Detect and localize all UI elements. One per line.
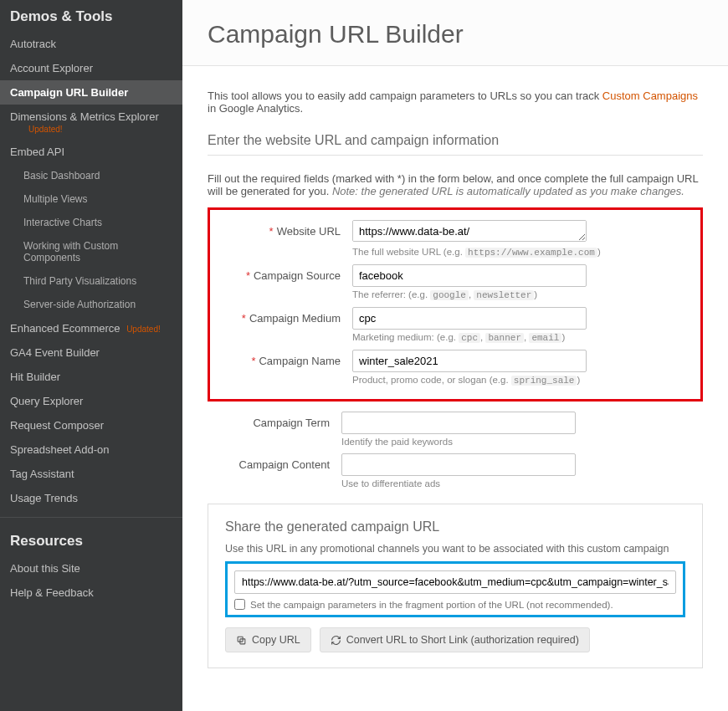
row-campaign-source: *Campaign Source The referrer: (e.g. goo… [218,264,692,300]
campaign-term-input[interactable] [341,412,576,434]
updated-badge: Updated! [13,125,172,134]
row-campaign-name: *Campaign Name Product, promo code, or s… [218,350,692,386]
instructions-note: Note: the generated URL is automatically… [332,185,684,197]
required-star: * [246,269,250,282]
fragment-label: Set the campaign parameters in the fragm… [250,600,613,610]
hint-campaign-source: The referrer: (e.g. google, newsletter) [352,289,692,300]
hint-campaign-content: Use to differentiate ads [341,478,703,488]
intro-text: This tool allows you to easily add campa… [208,90,703,115]
hint-code: spring_sale [511,376,577,386]
copy-url-button[interactable]: Copy URL [225,627,311,652]
row-campaign-content: Campaign Content Use to differentiate ad… [208,453,703,488]
label-campaign-medium: *Campaign Medium [218,307,352,325]
sidebar-item-account-explorer[interactable]: Account Explorer [0,56,182,80]
row-campaign-term: Campaign Term Identify the paid keywords [208,412,703,447]
instructions: Fill out the required fields (marked wit… [208,172,703,197]
hint-campaign-name: Product, promo code, or slogan (e.g. spr… [352,375,692,386]
sidebar-item-spreadsheet-addon[interactable]: Spreadsheet Add-on [0,437,182,462]
label-campaign-term: Campaign Term [208,412,341,429]
convert-short-link-button[interactable]: Convert URL to Short Link (authorization… [320,627,590,652]
page-header: Campaign URL Builder [182,0,728,66]
sidebar-item-interactive-charts[interactable]: Interactive Charts [0,211,182,234]
main: Campaign URL Builder This tool allows yo… [182,0,728,711]
page-body: This tool allows you to easily add campa… [182,66,728,685]
sidebar-item-autotrack[interactable]: Autotrack [0,32,182,56]
sidebar-heading-demos: Demos & Tools [0,0,182,32]
label-website-url: *Website URL [218,220,352,238]
sidebar-item-multiple-views[interactable]: Multiple Views [0,187,182,211]
section-title: Enter the website URL and campaign infor… [208,133,703,156]
copy-icon [236,635,247,646]
sidebar-item-label: Server-side Authorization [23,299,136,310]
sidebar-item-label: About this Site [10,562,80,575]
sidebar-item-server-auth[interactable]: Server-side Authorization [0,293,182,316]
sidebar-item-query-explorer[interactable]: Query Explorer [0,389,182,413]
required-star: * [269,225,274,238]
sidebar-item-label: Help & Feedback [10,586,94,599]
field-label: Campaign Medium [249,312,341,325]
intro-post: in Google Analytics. [208,102,303,115]
share-box: Share the generated campaign URL Use thi… [208,504,703,668]
field-label: Campaign Term [253,417,330,429]
sidebar-item-label: Enhanced Ecommerce [10,322,120,335]
hint-campaign-term: Identify the paid keywords [341,437,703,447]
row-website-url: *Website URL https://www.data-be.at/ The… [218,220,692,258]
sidebar-item-label: Autotrack [10,38,56,50]
hint-code: google [430,290,469,300]
hint-code: newsletter [474,290,534,300]
button-label: Convert URL to Short Link (authorization… [346,634,579,646]
button-row: Copy URL Convert URL to Short Link (auth… [225,627,685,652]
campaign-medium-input[interactable] [352,307,587,330]
required-star: * [251,355,255,367]
sidebar-item-tag-assistant[interactable]: Tag Assistant [0,462,182,486]
sidebar: Demos & Tools Autotrack Account Explorer… [0,0,182,711]
sidebar-item-request-composer[interactable]: Request Composer [0,413,182,437]
field-label: Campaign Name [259,355,341,367]
hint-code: https://www.example.com [465,248,597,258]
field-label: Website URL [277,225,341,238]
sidebar-separator [0,517,182,518]
sidebar-item-label: Campaign URL Builder [10,86,128,99]
campaign-source-input[interactable] [352,264,587,287]
share-subtitle: Use this URL in any promotional channels… [225,543,685,555]
sidebar-item-custom-components[interactable]: Working with Custom Components [0,234,182,269]
sidebar-item-label: Tag Assistant [10,468,74,480]
share-title: Share the generated campaign URL [225,519,685,535]
hint-website-url: The full website URL (e.g. https://www.e… [352,247,692,258]
sidebar-item-hit-builder[interactable]: Hit Builder [0,365,182,389]
sidebar-item-embed-api[interactable]: Embed API [0,140,182,164]
generated-url-highlight: Set the campaign parameters in the fragm… [225,561,685,617]
sidebar-item-label: Interactive Charts [23,217,102,228]
sidebar-item-basic-dashboard[interactable]: Basic Dashboard [0,164,182,187]
sidebar-heading-resources: Resources [0,524,182,556]
sidebar-item-usage-trends[interactable]: Usage Trends [0,486,182,510]
sidebar-item-ga4-event-builder[interactable]: GA4 Event Builder [0,340,182,365]
label-campaign-source: *Campaign Source [218,264,352,282]
sidebar-item-dimensions-metrics[interactable]: Dimensions & Metrics Explorer Updated! [0,105,182,140]
sidebar-item-third-party-viz[interactable]: Third Party Visualizations [0,269,182,293]
sidebar-item-enhanced-ecommerce[interactable]: Enhanced Ecommerce Updated! [0,316,182,340]
sidebar-item-label: Embed API [10,146,64,158]
custom-campaigns-link[interactable]: Custom Campaigns [602,90,698,102]
fragment-option[interactable]: Set the campaign parameters in the fragm… [234,599,676,610]
generated-url-input[interactable] [234,570,676,594]
sidebar-item-label: GA4 Event Builder [10,346,100,359]
sidebar-item-label: Query Explorer [10,395,83,407]
sidebar-item-label: Working with Custom Components [23,240,118,263]
field-label: Campaign Source [254,269,341,282]
sidebar-item-label: Spreadsheet Add-on [10,443,110,456]
website-url-input[interactable]: https://www.data-be.at/ [352,220,587,242]
sidebar-item-about[interactable]: About this Site [0,556,182,581]
required-star: * [242,312,246,325]
sidebar-item-campaign-url-builder[interactable]: Campaign URL Builder [0,80,182,105]
label-campaign-content: Campaign Content [208,453,341,471]
hint-code: cpc [459,333,480,343]
required-fields-highlight: *Website URL https://www.data-be.at/ The… [208,207,703,402]
campaign-name-input[interactable] [352,350,587,372]
fragment-checkbox[interactable] [234,599,245,610]
sidebar-item-help-feedback[interactable]: Help & Feedback [0,581,182,605]
campaign-content-input[interactable] [341,453,576,476]
label-campaign-name: *Campaign Name [218,350,352,367]
hint-campaign-medium: Marketing medium: (e.g. cpc, banner, ema… [352,332,692,343]
sidebar-item-label: Hit Builder [10,371,60,383]
